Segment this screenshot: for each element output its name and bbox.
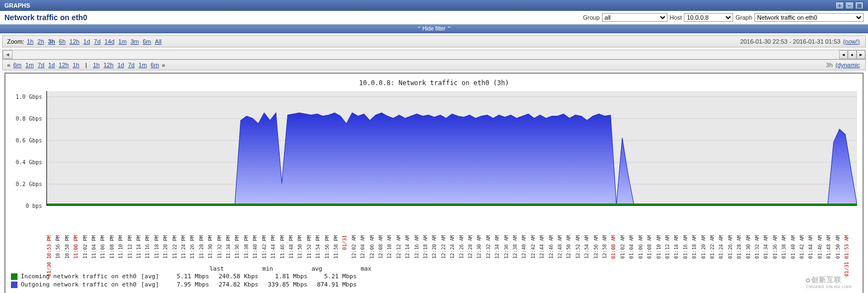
zoom-2h[interactable]: 2h — [38, 38, 44, 45]
minus-icon[interactable]: − — [845, 2, 854, 9]
nav-bar: « 6m 1m 7d 1d 12h 1h | 1h 12h 1d 7d 1m 6… — [2, 59, 866, 70]
x-tick: 01:22 AM — [710, 235, 715, 259]
zoom-1h[interactable]: 1h — [27, 38, 33, 45]
x-tick: 01:34 AM — [763, 235, 769, 259]
nav-1d[interactable]: 1d — [117, 62, 124, 68]
host-label: Host — [670, 14, 682, 21]
graph-label: Graph — [735, 14, 752, 21]
zoom-out-icon[interactable]: ◄ — [839, 50, 848, 59]
nav-1m[interactable]: 1m — [139, 62, 147, 68]
zoom-1d[interactable]: 1d — [84, 38, 90, 45]
x-tick: 01:30 AM — [746, 235, 751, 259]
x-tick: 12:12 AM — [396, 235, 401, 259]
x-tick: 12:30 AM — [476, 235, 482, 259]
x-tick: 12:22 AM — [441, 235, 446, 259]
nav-7d[interactable]: 7d — [128, 62, 134, 68]
nav-span: 3h (dynamic — [826, 62, 861, 68]
now-link[interactable]: (now!) — [843, 38, 860, 45]
y-tick: 1.0 Gbps — [16, 94, 42, 100]
x-tick: 01:28 AM — [736, 235, 742, 259]
x-tick: 12:56 AM — [593, 235, 599, 259]
nav-6m[interactable]: 6m — [13, 62, 21, 68]
titlebar-title: GRAPHS — [4, 2, 30, 9]
x-tick: 01:08 AM — [647, 235, 652, 259]
zoom-3h[interactable]: 3h — [48, 38, 55, 45]
plot-area[interactable] — [46, 91, 857, 206]
x-tick: 12:32 AM — [486, 235, 491, 259]
graph-select[interactable]: Network traffic on eth0 — [754, 13, 864, 22]
nav-suffix: » — [162, 62, 165, 68]
x-tick: 01:38 AM — [781, 235, 787, 259]
x-tick: 11:30 PM — [208, 235, 213, 259]
x-tick: 11:36 PM — [234, 235, 240, 259]
zoom-All[interactable]: All — [155, 38, 162, 45]
dynamic-link[interactable]: (dynamic — [835, 62, 860, 68]
x-tick: 12:36 AM — [504, 235, 509, 259]
x-tick: 12:58 AM — [602, 235, 607, 259]
x-tick: 01:20 AM — [701, 235, 706, 259]
scroll-left-icon[interactable]: ◄ — [3, 50, 13, 59]
incoming-baseline — [47, 204, 857, 205]
nav-1h[interactable]: 1h — [73, 62, 79, 68]
x-tick: 11:06 PM — [100, 235, 105, 259]
nav-1d[interactable]: 1d — [48, 62, 55, 68]
x-tick: 11:44 PM — [270, 235, 276, 259]
zoom-toolbar: Zoom: 1h 2h 3h 6h 12h 1d 7d 14d 1m 3m 6m… — [2, 35, 866, 47]
x-tick: 12:38 AM — [512, 235, 518, 259]
nav-12h[interactable]: 12h — [59, 62, 69, 68]
nav-1m[interactable]: 1m — [26, 62, 34, 68]
x-tick: 12:50 AM — [566, 235, 571, 259]
x-tick: 11:22 PM — [172, 235, 178, 259]
nav-1h[interactable]: 1h — [93, 62, 99, 68]
zoom-links: Zoom: 1h 2h 3h 6h 12h 1d 7d 14d 1m 3m 6m… — [7, 38, 163, 45]
x-tick: 12:14 AM — [405, 235, 410, 259]
timeline-scrollbar: ◄ ◄ ● ► — [2, 50, 866, 59]
nav-7d[interactable]: 7d — [38, 62, 44, 68]
zoom-12h[interactable]: 12h — [69, 38, 79, 45]
zoom-1m[interactable]: 1m — [119, 38, 127, 45]
x-tick: 01:02 AM — [620, 235, 625, 259]
zoom-6h[interactable]: 6h — [59, 38, 66, 45]
x-tick: 11:28 PM — [199, 235, 204, 259]
x-tick: 01:46 AM — [817, 235, 823, 259]
x-tick: 12:02 AM — [351, 235, 357, 259]
y-tick: 0.4 Gbps — [16, 159, 42, 165]
x-tick: 01:00 AM — [611, 235, 616, 259]
y-tick: 0.6 Gbps — [16, 137, 42, 143]
x-tick: 12:52 AM — [575, 235, 581, 259]
hide-filter-bar[interactable]: ⌃ Hide filter ⌃ — [0, 25, 868, 33]
y-axis: 1.0 Gbps0.8 Gbps0.6 Gbps0.4 Gbps0.2 Gbps… — [11, 91, 46, 233]
x-tick: 01/30 10:53 PM — [46, 235, 52, 277]
zoom-7d[interactable]: 7d — [94, 38, 101, 45]
x-tick: 12:18 AM — [423, 235, 428, 259]
x-tick: 11:58 PM — [333, 235, 339, 259]
nav-sep: | — [85, 62, 87, 68]
chart-title: 10.0.0.8: Network traffic on eth0 (3h) — [11, 79, 857, 87]
x-tick: 10:58 PM — [64, 235, 70, 259]
scroll-track[interactable] — [13, 50, 839, 59]
nav-12h[interactable]: 12h — [103, 62, 113, 68]
zoom-label: Zoom: — [7, 38, 24, 45]
host-select[interactable]: 10.0.0.8 — [684, 13, 733, 22]
dot-icon[interactable]: ● — [848, 50, 857, 59]
group-select[interactable]: all — [602, 13, 668, 22]
zoom-14d[interactable]: 14d — [104, 38, 114, 45]
x-tick: 01:04 AM — [629, 235, 634, 259]
x-tick: 11:56 PM — [324, 235, 330, 259]
x-tick: 12:44 AM — [539, 235, 545, 259]
filter-bar: Network traffic on eth0 Group all Host 1… — [0, 11, 868, 25]
x-tick: 12:24 AM — [450, 235, 455, 259]
zoom-6m[interactable]: 6m — [143, 38, 151, 45]
x-tick: 11:00 PM — [73, 235, 79, 259]
legend-header: last min avg max — [11, 265, 857, 272]
x-tick: 11:02 PM — [82, 235, 88, 259]
zoom-in-icon[interactable]: ► — [857, 50, 865, 59]
page-title: Network traffic on eth0 — [4, 13, 87, 22]
x-tick: 12:10 AM — [387, 235, 392, 259]
grid-icon[interactable]: ⊞ — [855, 2, 864, 9]
x-tick: 11:34 PM — [226, 235, 231, 259]
legend: last min avg max Incoming network traffi… — [11, 265, 857, 289]
plus-icon[interactable]: + — [835, 2, 844, 9]
zoom-3m[interactable]: 3m — [131, 38, 139, 45]
nav-6m[interactable]: 6m — [151, 62, 159, 68]
